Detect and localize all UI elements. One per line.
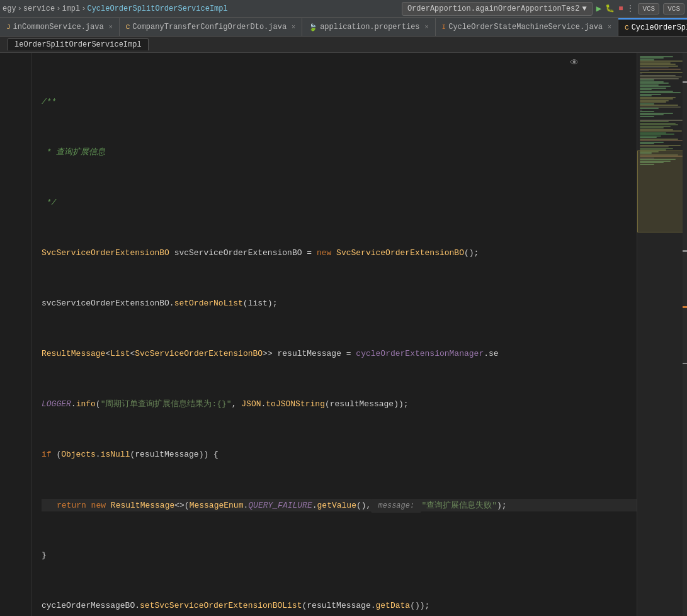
tab-icon-i: I (442, 23, 446, 31)
tab-label: CycleOrderStateMachineService.java (448, 23, 603, 31)
tab-icon-j: J (6, 23, 11, 31)
top-bar-right: OrderApportion.againOrderApportionTes2 ▼… (402, 2, 684, 16)
tab-close-icon[interactable]: × (292, 24, 295, 31)
editor-main[interactable]: /** * 查询扩展信息 */ SvcServiceOrderExtension… (0, 53, 637, 616)
top-bar: egy › service › impl › CycleOrderSplitOr… (0, 0, 687, 18)
tab-icon-leaf: 🍃 (309, 23, 317, 31)
code-line: cycleOrderMessageBO.setSvcServiceOrderEx… (42, 600, 637, 612)
breadcrumb: egy › service › impl › CycleOrderSplitOr… (3, 4, 228, 13)
code-line: SvcServiceOrderExtensionBO svcServiceOrd… (42, 247, 637, 260)
tab-label: CompanyTransferConfigOrderDto.java (132, 23, 287, 31)
tab-label: application.properties (320, 23, 419, 31)
code-line: */ (42, 197, 637, 209)
code-line: return new ResultMessage<>(MessageEnum.Q… (42, 499, 637, 511)
run-config-selector[interactable]: OrderApportion.againOrderApportionTes2 ▼ (402, 2, 593, 16)
tab-application-properties[interactable]: 🍃 application.properties × (302, 18, 435, 36)
code-area: /** * 查询扩展信息 */ SvcServiceOrderExtension… (0, 53, 637, 616)
tab-companytransfer[interactable]: C CompanyTransferConfigOrderDto.java × (120, 18, 302, 36)
editor-container: /** * 查询扩展信息 */ SvcServiceOrderExtension… (0, 53, 687, 616)
tab-icon-c2: C (625, 24, 629, 31)
tab-bar: J inCommonService.java × C CompanyTransf… (0, 18, 687, 37)
active-file-path: leOrderSplitOrderServiceImpl (8, 38, 149, 50)
minimap-viewport (637, 151, 687, 232)
run-button[interactable]: ▶ (596, 3, 601, 14)
tab-label: CycleOrderSplitOrderServiceImpl.ja (632, 23, 687, 32)
vcs-button-2[interactable]: VCS (663, 3, 684, 14)
minimap-scrollbar (683, 53, 687, 616)
breadcrumb-item: service (23, 4, 55, 13)
minimap (637, 53, 687, 616)
fold-icon[interactable]: 👁 (570, 58, 579, 68)
code-line: /** (42, 96, 637, 108)
code-line: LOGGER.info("周期订单查询扩展信息结果为:{}", JSON.toJ… (42, 398, 637, 411)
stop-button[interactable]: ■ (618, 4, 623, 13)
tab-cyclestatemachine[interactable]: I CycleOrderStateMachineService.java × (436, 18, 618, 36)
minimap-content (637, 53, 687, 616)
breadcrumb-item-active: CycleOrderSplitOrderServiceImpl (87, 4, 227, 13)
more-run-options[interactable]: ⋮ (627, 4, 634, 13)
code-line: svcServiceOrderExtensionBO.setOrderNoLis… (42, 297, 637, 310)
line-numbers (0, 53, 31, 616)
code-line: } (42, 549, 637, 562)
breadcrumb-item: impl (62, 4, 80, 13)
vcs-button-1[interactable]: VCS (638, 3, 659, 14)
chevron-down-icon: ▼ (582, 4, 587, 13)
file-tab: leOrderSplitOrderServiceImpl (0, 37, 687, 53)
code-line: * 查询扩展信息 (42, 146, 637, 159)
code-line: ResultMessage<List<SvcServiceOrderExtens… (42, 348, 637, 360)
tab-incommonservice[interactable]: J inCommonService.java × (0, 18, 120, 36)
tab-close-icon[interactable]: × (109, 24, 113, 31)
tab-cycleordersplit[interactable]: C CycleOrderSplitOrderServiceImpl.ja × (618, 18, 687, 36)
run-config-label: OrderApportion.againOrderApportionTes2 (407, 4, 580, 13)
debug-button[interactable]: 🐛 (605, 4, 615, 13)
code-line: if (Objects.isNull(resultMessage)) { (42, 448, 637, 461)
breadcrumb-item: egy (3, 4, 16, 13)
code-content[interactable]: /** * 查询扩展信息 */ SvcServiceOrderExtension… (31, 53, 637, 616)
tab-icon-c1: C (126, 23, 130, 31)
tab-close-icon[interactable]: × (608, 24, 611, 31)
tab-close-icon[interactable]: × (425, 24, 429, 31)
tab-label: inCommonService.java (13, 23, 104, 31)
